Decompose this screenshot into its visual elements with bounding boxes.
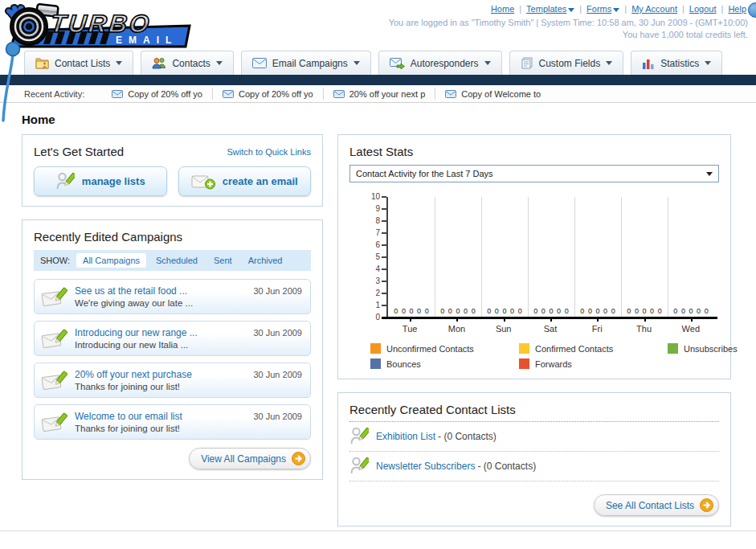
y-axis-tick-label: 0 — [375, 313, 380, 322]
switch-quick-links-link[interactable]: Switch to Quick Links — [227, 147, 311, 157]
value-label: 0 — [409, 307, 413, 315]
tab-contact-lists[interactable]: Contact Lists — [24, 51, 133, 75]
legend-item-forwards: Forwards — [519, 358, 668, 369]
gridline — [435, 197, 435, 318]
nav-divider-bar — [0, 75, 756, 85]
nav-separator: | — [624, 4, 627, 14]
chevron-down-icon — [613, 8, 619, 12]
value-label: 0 — [518, 307, 522, 315]
stats-range-select[interactable]: Contact Activity for the Last 7 Days — [349, 165, 719, 182]
filter-scheduled[interactable]: Scheduled — [149, 253, 204, 268]
campaign-title-link[interactable]: 20% off your next purchase — [75, 369, 253, 380]
y-axis-tick-label: 6 — [375, 241, 380, 249]
manage-lists-icon — [55, 172, 75, 191]
contact-list-link[interactable]: Newsletter Subscribers — [376, 461, 475, 472]
orange-arrow-icon — [292, 452, 305, 465]
campaign-subtitle: We're giving away our late ... — [75, 298, 253, 308]
filter-sent[interactable]: Sent — [207, 253, 239, 268]
y-axis-tick-label: 5 — [375, 253, 380, 261]
top-link-home[interactable]: Home — [491, 4, 514, 14]
campaign-subtitle: Thanks for joining our list! — [75, 424, 253, 433]
gridline — [481, 197, 482, 318]
logo-subtitle-text: EMAIL — [116, 35, 178, 46]
value-label-group: 00000 — [528, 307, 574, 315]
filter-all-campaigns[interactable]: All Campaigns — [76, 253, 146, 268]
value-label: 0 — [681, 307, 685, 315]
recent-activity-item[interactable]: Copy of 20% off yo — [102, 88, 212, 100]
top-link-logout[interactable]: Logout — [689, 4, 717, 14]
x-axis-label: Wed — [668, 321, 714, 334]
campaign-date: 30 Jun 2009 — [253, 370, 302, 379]
legend-item-bounces: Bounces — [370, 358, 519, 369]
tab-email-campaigns[interactable]: Email Campaigns — [241, 51, 371, 75]
recent-activity-item[interactable]: Copy of 20% off yo — [212, 88, 323, 100]
value-label: 0 — [705, 307, 709, 315]
chart-legend: Unconfirmed ContactsConfirmed ContactsUn… — [349, 343, 719, 369]
filter-archived[interactable]: Archived — [242, 253, 289, 268]
contact-list-item[interactable]: Newsletter Subscribers - (0 Contacts) — [349, 452, 719, 481]
legend-swatch — [370, 358, 381, 369]
tab-autoresponders[interactable]: Autoresponders — [378, 51, 502, 75]
value-label-group: 00000 — [574, 307, 621, 315]
value-label-group: 00000 — [668, 307, 714, 315]
value-label: 0 — [417, 307, 421, 315]
gridline — [668, 197, 668, 318]
value-label: 0 — [658, 307, 662, 315]
create-an-email-button[interactable]: create an email — [178, 166, 312, 196]
envelope-icon — [223, 90, 234, 98]
view-all-campaigns-button[interactable]: View All Campaigns — [189, 448, 311, 469]
campaign-date: 30 Jun 2009 — [253, 328, 302, 338]
campaign-title-link[interactable]: Introducing our new range ... — [75, 327, 253, 338]
autoresponders-envelope-icon — [390, 58, 405, 69]
nav-separator: | — [721, 4, 724, 14]
envelope-icon — [333, 90, 345, 98]
contacts-people-icon — [152, 57, 166, 69]
see-all-contact-lists-button[interactable]: See All Contact Lists — [594, 494, 719, 516]
value-label: 0 — [635, 307, 639, 315]
top-link-my-account[interactable]: My Account — [631, 4, 677, 14]
contact-lists-folder-icon — [35, 58, 49, 69]
campaign-title-link[interactable]: Welcome to our email list — [75, 411, 253, 422]
x-axis-label: Mon — [433, 321, 480, 334]
campaign-subtitle: Thanks for joining our list! — [75, 382, 253, 391]
campaign-pencil-icon — [41, 286, 68, 308]
campaign-row[interactable]: See us at the retail food ...We're givin… — [34, 279, 311, 314]
legend-item-confirmed-contacts: Confirmed Contacts — [519, 343, 668, 354]
nav-separator: | — [682, 4, 684, 14]
value-label: 0 — [642, 307, 646, 315]
manage-lists-button[interactable]: manage lists — [34, 166, 167, 196]
campaign-title-link[interactable]: See us at the retail food ... — [75, 285, 253, 297]
top-link-forms[interactable]: Forms — [586, 4, 619, 14]
campaign-row[interactable]: 20% off your next purchaseThanks for joi… — [34, 363, 311, 398]
create-email-icon — [191, 174, 215, 190]
latest-stats-panel: Latest Stats Contact Activity for the La… — [337, 134, 731, 379]
tab-statistics[interactable]: Statistics — [631, 51, 722, 75]
recent-activity-item[interactable]: 20% off your next p — [323, 88, 435, 100]
value-label: 0 — [425, 307, 429, 315]
recent-activity-item[interactable]: Copy of Welcome to — [435, 88, 550, 100]
contact-list-link[interactable]: Exhibition List — [376, 431, 435, 442]
tab-custom-fields[interactable]: Custom Fields — [509, 51, 624, 75]
value-label: 0 — [627, 307, 631, 315]
top-link-help[interactable]: Help — [728, 4, 746, 14]
logo-title-text: TURBO — [49, 10, 153, 38]
y-axis-tick-label: 4 — [375, 265, 380, 273]
orange-arrow-icon — [700, 498, 713, 512]
chevron-down-icon — [568, 8, 574, 12]
chevron-down-icon — [706, 172, 713, 176]
value-label: 0 — [440, 307, 444, 315]
campaign-date: 30 Jun 2009 — [253, 286, 302, 296]
y-axis-tick — [382, 256, 386, 258]
tab-contacts[interactable]: Contacts — [141, 51, 233, 75]
campaign-row[interactable]: Welcome to our email listThanks for join… — [34, 404, 311, 440]
contact-list-item[interactable]: Exhibition List - (0 Contacts) — [349, 422, 719, 452]
top-link-templates[interactable]: Templates — [526, 4, 574, 14]
value-label: 0 — [557, 307, 561, 315]
value-label: 0 — [650, 307, 654, 315]
gridline — [528, 197, 529, 318]
value-label: 0 — [533, 307, 537, 315]
value-label: 0 — [549, 307, 553, 315]
campaign-row[interactable]: Introducing our new range ...Introducing… — [34, 321, 311, 356]
envelope-icon — [445, 90, 456, 98]
x-axis-label: Tue — [386, 321, 433, 334]
